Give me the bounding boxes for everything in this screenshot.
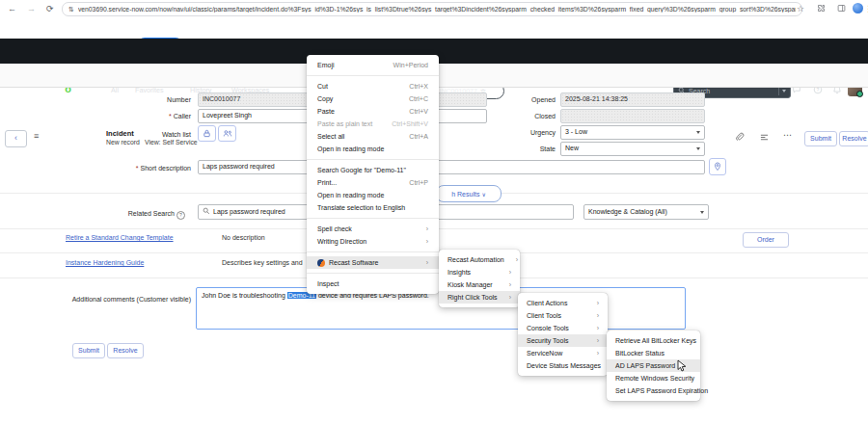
menu-item-spell-check[interactable]: Spell check› [307,223,439,235]
chevron-down-icon: ∨ [481,191,485,198]
menu-separator [307,75,439,76]
submenu-item-client-tools[interactable]: Client Tools› [518,309,608,322]
menu-item-inspect[interactable]: Inspect [307,278,439,290]
watch-list-edit-button[interactable] [218,125,236,142]
browser-forward-icon[interactable]: → [27,2,36,15]
submenu-item-bitlocker-status[interactable]: BitLocker Status [607,347,700,359]
menu-item-paste[interactable]: PasteCtrl+V [307,105,439,118]
submenu-item-console-tools[interactable]: Console Tools› [518,322,608,334]
chevron-down-icon [696,147,700,150]
opened-label: Opened [420,95,556,104]
browser-profile-avatar[interactable] [853,3,863,13]
state-select[interactable]: New [560,142,705,156]
more-options-icon[interactable]: ⋯ [783,130,792,140]
related-search-label: Related Search? [39,209,185,220]
number-label: Number [37,95,191,104]
menu-item-reading-mode[interactable]: Open in reading mode [307,143,439,155]
mouse-cursor [677,359,688,372]
submenu-item-security-tools[interactable]: Security Tools› [518,334,608,347]
submit-button-top[interactable]: Submit [804,131,837,146]
info-icon[interactable]: ? [176,211,185,220]
result-link-1[interactable]: Retire a Standard Change Template [66,234,174,241]
short-description-field[interactable]: Laps password required [198,160,705,174]
short-description-label: *Short description [37,164,191,172]
default-browser-banner: Google Chrome isn't your default browser… [0,17,868,39]
submenu-item-device-status-messages[interactable]: Device Status Messages [518,359,608,372]
url-text: ven03690.service-now.com/now/nav/ui/clas… [78,6,796,13]
submit-button-bottom[interactable]: Submit [72,343,105,358]
recast-submenu: Recast Automation› Insights› Kiosk Manag… [439,250,520,307]
menu-item-reading-mode-2[interactable]: Open in reading mode [307,189,439,201]
submenu-item-client-actions[interactable]: Client Actions› [518,297,608,309]
search-icon [203,207,210,215]
chevron-down-icon [696,131,700,134]
back-button[interactable]: ‹ [5,130,27,147]
submenu-item-remote-windows-security[interactable]: Remote Windows Security [607,372,700,384]
menu-item-search-google[interactable]: Search Google for "Demo-11" [307,164,439,176]
record-view[interactable]: View: Self Service [145,139,198,145]
search-scope-caret-icon[interactable] [782,90,786,93]
result-description-2: Describes key settings and [222,259,303,266]
pin-icon [714,162,721,172]
closed-field [560,109,705,123]
knowledge-suggestion-button[interactable] [709,158,726,175]
menu-item-emoji[interactable]: EmojiWin+Period [307,59,439,71]
menu-item-paste-plain: Paste as plain textCtrl+Shift+V [307,118,439,130]
search-filter-select[interactable]: Knowledge & Catalog (All) [583,204,709,220]
chevron-down-icon [700,211,704,214]
menu-item-print[interactable]: Print...Ctrl+P [307,176,439,189]
urgency-select[interactable]: 3 - Low [560,125,705,140]
browser-toolbar: ← → ⟳ ⇅ ven03690.service-now.com/now/nav… [0,0,868,18]
menu-item-recast-software[interactable]: Recast Software › [307,256,439,269]
people-icon [223,129,232,138]
menu-item-translate[interactable]: Translate selection to English [307,201,439,214]
browser-back-icon[interactable]: ← [8,2,16,15]
submenu-item-set-laps-expiration[interactable]: Set LAPS Password Expiration [607,384,700,397]
resolve-button-top[interactable]: Resolve [839,131,868,146]
site-settings-icon[interactable]: ⇅ [68,6,74,13]
result-link-2[interactable]: Instance Hardening Guide [66,259,144,266]
right-click-tools-submenu: Client Actions› Client Tools› Console To… [518,293,608,376]
extensions-icon[interactable] [817,4,826,13]
recast-logo-icon [317,259,325,267]
resolve-button-bottom[interactable]: Resolve [107,343,144,358]
result-description-1: No description [222,234,265,241]
attachment-paperclip-icon[interactable] [735,132,745,142]
menu-separator [307,251,439,252]
search-results-toggle[interactable]: h Results ∨ [436,185,502,202]
screen: { "icons": { "back": "←", "forward": "→"… [0,0,868,423]
menu-separator [307,159,439,160]
closed-label: Closed [420,112,556,120]
menu-item-writing-direction[interactable]: Writing Direction› [307,235,439,248]
order-button[interactable]: Order [743,232,789,248]
submenu-item-retrieve-bitlocker-keys[interactable]: Retrieve All BitLocker Keys [607,334,700,347]
side-panel-icon[interactable] [837,4,846,13]
opened-field: 2025-08-21 14:38:25 [560,93,705,107]
caller-label: *Caller [37,112,191,120]
menu-item-copy[interactable]: CopyCtrl+C [307,93,439,105]
browser-refresh-icon[interactable]: ⟳ [46,2,54,15]
record-subtitle: New record [106,139,140,145]
lock-icon [203,129,211,138]
menu-item-cut[interactable]: CutCtrl+X [307,80,439,93]
context-menu: EmojiWin+Period CutCtrl+X CopyCtrl+C Pas… [307,55,439,294]
submenu-item-insights[interactable]: Insights› [439,266,520,278]
state-label: State [420,145,556,153]
menu-item-select-all[interactable]: Select allCtrl+A [307,130,439,143]
menu-separator [307,218,439,219]
submenu-item-recast-automation[interactable]: Recast Automation› [439,253,520,266]
address-bar[interactable]: ⇅ ven03690.service-now.com/now/nav/ui/cl… [62,2,802,16]
submenu-item-right-click-tools[interactable]: Right Click Tools› [439,291,520,304]
urgency-label: Urgency [420,128,556,137]
submenu-item-servicenow[interactable]: ServiceNow› [518,347,608,359]
watch-list-label: Watch list [37,130,191,139]
watch-list-lock-button[interactable] [198,125,216,142]
bookmark-star-icon[interactable]: ☆ [797,2,804,15]
submenu-item-kiosk-manager[interactable]: Kiosk Manager› [439,278,520,291]
browser-menu-icon[interactable]: ⋮ [864,2,868,15]
activity-stream-icon[interactable] [760,133,769,142]
additional-comments-label: Additional comments (Customer visible) [37,295,191,304]
menu-separator [307,273,439,274]
